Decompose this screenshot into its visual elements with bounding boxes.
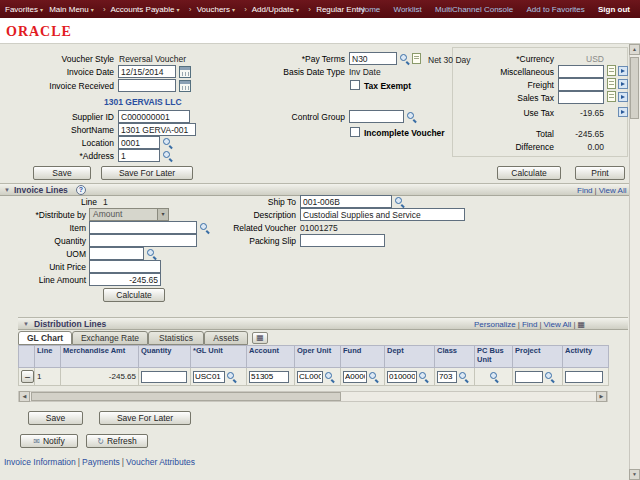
view-all-link[interactable]: View All [599,186,627,195]
lookup-icon[interactable] [324,371,335,382]
cell-project-field[interactable] [515,371,543,383]
sales-tax-field[interactable] [558,91,604,104]
freight-field[interactable] [558,78,604,91]
supplier-id-field[interactable] [118,110,190,123]
save-for-later-button[interactable]: Save For Later [101,166,193,180]
save-button[interactable]: Save [33,166,91,180]
home-link[interactable]: Home [359,5,380,14]
location-field[interactable] [118,136,160,149]
find-link[interactable]: Find [577,186,593,195]
lookup-icon[interactable] [199,222,210,233]
uom-field[interactable] [89,247,144,260]
calendar-icon[interactable] [179,80,191,92]
save-for-later-button-bottom[interactable]: Save For Later [99,411,191,425]
transfer-icon[interactable] [618,66,628,76]
print-button[interactable]: Print [575,166,625,180]
lookup-icon[interactable] [489,371,500,382]
cell-gl-unit-field[interactable] [193,371,225,383]
worklist-link[interactable]: Worklist [393,5,421,14]
shortname-field[interactable] [118,123,196,136]
transfer-icon[interactable] [618,79,628,89]
vertical-scroll-thumb[interactable] [630,57,639,119]
payments-link[interactable]: Payments [82,457,120,467]
lookup-icon[interactable] [394,196,405,207]
unit-price-field[interactable] [89,260,161,273]
personalize-link[interactable]: Personalize [474,320,516,329]
show-all-columns-icon[interactable]: ▦ [252,332,268,344]
lookup-icon[interactable] [162,150,173,161]
lookup-icon[interactable] [226,371,237,382]
cell-quantity-field[interactable] [141,371,187,383]
lookup-icon[interactable] [458,371,469,382]
comments-icon[interactable] [607,91,616,102]
comments-icon[interactable] [607,65,616,76]
lookup-icon[interactable] [544,371,555,382]
find-link[interactable]: Find [522,320,538,329]
help-icon[interactable]: ? [76,185,86,195]
signout-link[interactable]: Sign out [598,5,630,14]
tab-exchange-rate[interactable]: Exchange Rate [72,331,148,345]
horizontal-scrollbar[interactable]: ◀ ▶ [18,391,608,402]
cell-fund-field[interactable] [343,371,367,383]
line-amount-field[interactable] [89,273,161,286]
breadcrumb-vouchers[interactable]: Vouchers [197,5,230,14]
cell-dept-field[interactable] [387,371,417,383]
packing-slip-field[interactable] [300,234,385,247]
invoice-date-field[interactable] [118,65,176,78]
breadcrumb-favorites[interactable]: Favorites [5,5,38,14]
add-to-favorites-link[interactable]: Add to Favorites [527,5,585,14]
lookup-icon[interactable] [406,111,417,122]
save-button-bottom[interactable]: Save [28,411,83,425]
ship-to-field[interactable] [300,195,392,208]
cell-activity-field[interactable] [565,371,603,383]
tab-assets[interactable]: Assets [204,331,248,345]
lookup-icon[interactable] [162,137,173,148]
refresh-button[interactable]: ↻Refresh [86,434,148,448]
notify-button[interactable]: ✉Notify [20,434,78,448]
invoice-received-field[interactable] [118,79,176,92]
scroll-up-icon[interactable]: ▲ [629,44,640,55]
breadcrumb-accounts-payable[interactable]: Accounts Payable [110,5,174,14]
comments-icon[interactable] [412,53,421,64]
calendar-icon[interactable] [179,66,191,78]
supplier-name-link[interactable]: 1301 GERVAIS LLC [104,97,182,107]
breadcrumb-add-update[interactable]: Add/Update [252,5,294,14]
collapse-section-icon[interactable]: ▼ [4,187,10,193]
scroll-right-icon[interactable]: ▶ [596,391,607,402]
incomplete-voucher-checkbox[interactable] [350,127,360,137]
tax-exempt-checkbox[interactable] [350,80,360,90]
transfer-icon[interactable] [618,92,628,102]
lookup-icon[interactable] [146,248,157,259]
distribute-by-dropdown[interactable]: Amount ▾ [89,208,169,221]
collapse-section-icon[interactable]: ▼ [23,321,29,327]
item-field[interactable] [89,221,197,234]
cell-oper-unit-field[interactable] [297,371,323,383]
transfer-icon[interactable] [618,107,628,117]
tab-statistics[interactable]: Statistics [148,331,204,345]
horizontal-scroll-thumb[interactable] [31,392,341,401]
voucher-attributes-link[interactable]: Voucher Attributes [126,457,195,467]
lookup-icon[interactable] [418,371,429,382]
comments-icon[interactable] [607,78,616,89]
address-field[interactable] [118,149,160,162]
multichannel-console-link[interactable]: MultiChannel Console [435,5,513,14]
invoice-information-link[interactable]: Invoice Information [4,457,76,467]
quantity-field[interactable] [89,234,197,247]
vertical-scrollbar[interactable]: ▲ ▼ [629,44,640,480]
cell-account-field[interactable] [249,371,289,383]
breadcrumb-main-menu[interactable]: Main Menu [49,5,89,14]
download-icon[interactable]: ▦ [577,320,585,329]
cell-class-field[interactable] [437,371,457,383]
tab-gl-chart[interactable]: GL Chart [18,331,72,345]
calculate-button[interactable]: Calculate [497,166,561,180]
lookup-icon[interactable] [399,53,410,64]
lookup-icon[interactable] [368,371,379,382]
pay-terms-field[interactable] [349,52,397,65]
miscellaneous-field[interactable] [558,65,604,78]
control-group-field[interactable] [349,110,404,123]
line-calculate-button[interactable]: Calculate [103,288,165,302]
description-field[interactable] [300,208,465,221]
scroll-down-icon[interactable]: ▼ [629,469,640,480]
view-all-link[interactable]: View All [544,320,572,329]
scroll-left-icon[interactable]: ◀ [19,391,30,402]
